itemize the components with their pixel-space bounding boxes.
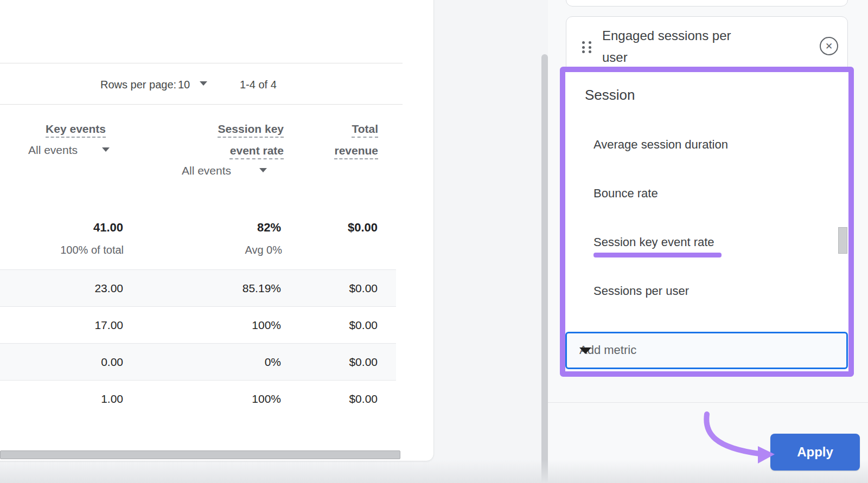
- annotation-arrow: [689, 404, 781, 469]
- totals-rate: 82%: [200, 221, 281, 235]
- key-events-filter-caret-icon[interactable]: [102, 147, 110, 152]
- table-row: 0.00 0% $0.00: [0, 343, 396, 380]
- cell-key-events: 17.00: [42, 307, 123, 343]
- dropdown-option-sessions-per-user[interactable]: Sessions per user: [593, 284, 689, 298]
- annotation-option-underline: [593, 253, 722, 257]
- metric-card-above: [566, 0, 848, 7]
- cell-key-events: 0.00: [42, 344, 123, 380]
- apply-button[interactable]: Apply: [770, 434, 860, 471]
- add-metric-caret-icon: [579, 347, 591, 354]
- cell-rate: 100%: [200, 307, 281, 343]
- dropdown-option-session-key-event-rate[interactable]: Session key event rate: [593, 235, 714, 249]
- cell-key-events: 23.00: [42, 270, 123, 306]
- metric-card-label: Engaged sessions per user: [602, 25, 760, 68]
- cell-revenue: $0.00: [296, 381, 378, 417]
- session-rate-filter-caret-icon[interactable]: [259, 168, 267, 172]
- table-row: 1.00 100% $0.00: [0, 380, 396, 416]
- dropdown-scrollbar-thumb[interactable]: [838, 227, 847, 254]
- cell-key-events: 1.00: [42, 381, 123, 417]
- panel-footer-divider: [548, 402, 868, 403]
- add-metric-select[interactable]: Add metric: [565, 332, 848, 369]
- close-icon[interactable]: ✕: [820, 37, 838, 55]
- drag-handle-icon[interactable]: [582, 41, 591, 53]
- key-events-filter[interactable]: All events: [28, 144, 78, 157]
- cell-rate: 100%: [200, 381, 281, 417]
- rows-per-page-value[interactable]: 10: [178, 79, 190, 91]
- vertical-scrollbar-thumb[interactable]: [541, 54, 548, 483]
- dropdown-option-average-session-duration[interactable]: Average session duration: [593, 138, 728, 152]
- totals-revenue: $0.00: [296, 221, 378, 235]
- cell-rate: 85.19%: [200, 270, 281, 306]
- column-header-key-events[interactable]: Key events: [22, 118, 106, 140]
- totals-key-events: 41.00: [42, 221, 123, 235]
- cell-revenue: $0.00: [296, 344, 378, 380]
- cell-revenue: $0.00: [296, 270, 378, 306]
- column-header-session-key-event-rate[interactable]: Session key event rate: [202, 118, 284, 162]
- column-header-total-revenue[interactable]: Total revenue: [324, 118, 378, 162]
- dropdown-option-bounce-rate[interactable]: Bounce rate: [593, 186, 658, 201]
- pagination-range: 1-4 of 4: [240, 79, 277, 91]
- cell-rate: 0%: [200, 344, 281, 380]
- rows-per-page-label: Rows per page:: [100, 79, 176, 91]
- table-top-divider: [0, 63, 403, 63]
- header-divider: [0, 104, 403, 105]
- annotation-highlight-box: [560, 67, 854, 377]
- totals-rate-sub: Avg 0%: [201, 244, 282, 256]
- dropdown-group-label: Session: [585, 87, 635, 104]
- horizontal-scrollbar-thumb[interactable]: [0, 450, 400, 459]
- rows-per-page-caret-icon[interactable]: [200, 81, 207, 86]
- cell-revenue: $0.00: [296, 307, 378, 343]
- totals-key-events-sub: 100% of total: [42, 244, 124, 256]
- table-row: 23.00 85.19% $0.00: [0, 269, 396, 306]
- session-rate-filter[interactable]: All events: [182, 164, 231, 177]
- table-row: 17.00 100% $0.00: [0, 306, 396, 343]
